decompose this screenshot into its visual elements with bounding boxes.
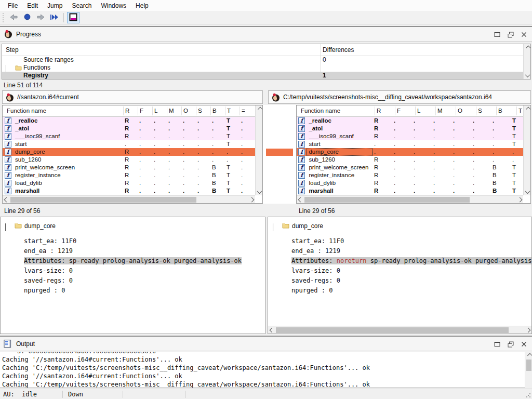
column-header-S[interactable]: S	[198, 108, 202, 114]
progress-panel-title: Progress	[16, 31, 41, 38]
horizontal-scrollbar[interactable]	[297, 195, 523, 203]
scrollbar-thumb[interactable]	[526, 360, 531, 371]
scroll-right-arrow-icon[interactable]	[524, 326, 531, 334]
column-header-O[interactable]: O	[458, 108, 462, 114]
menu-jump[interactable]: Jump	[43, 1, 67, 11]
column-header-F[interactable]: F	[140, 108, 143, 114]
tree-item-dump-core[interactable]: dump_core	[1, 221, 265, 232]
function-row-register_instance[interactable]: fregister_instanceR.....BT.	[3, 171, 262, 179]
horizontal-scrollbar[interactable]	[268, 326, 531, 334]
scroll-left-arrow-icon[interactable]	[3, 196, 10, 203]
function-row-load_dylib[interactable]: fload_dylibR.....BT.	[3, 179, 262, 187]
column-header-M[interactable]: M	[169, 108, 174, 114]
function-row-print_welcome_screen[interactable]: fprint_welcome_screenR.....BT	[297, 164, 530, 171]
match-flag-cell: .	[451, 171, 471, 179]
menu-search[interactable]: Search	[67, 1, 96, 11]
scroll-right-arrow-icon[interactable]	[516, 196, 523, 203]
function-row-start[interactable]: fstart.......T.	[3, 140, 262, 148]
function-row-sub_1260[interactable]: fsub_1260R........	[3, 156, 262, 164]
scrollbar-thumb[interactable]	[10, 197, 196, 203]
column-header-L[interactable]: L	[154, 108, 157, 114]
resize-grip[interactable]	[526, 393, 530, 397]
vertical-scrollbar[interactable]	[255, 105, 262, 195]
progress-row-registry[interactable]: Registry1	[2, 72, 530, 79]
function-row-marshall[interactable]: fmarshallR.....BT.	[3, 187, 262, 195]
fast-forward-button[interactable]	[48, 12, 60, 23]
function-row-print_welcome_screen[interactable]: fprint_welcome_screenR.....BT.	[3, 164, 262, 171]
column-header-=[interactable]: =	[242, 108, 245, 114]
column-header-step[interactable]: Step	[6, 46, 19, 54]
column-header-function-name[interactable]: Function name	[7, 108, 46, 114]
function-row-start[interactable]: fstart.......T	[297, 140, 530, 148]
forward-arrow-button[interactable]	[34, 12, 47, 23]
column-header-O[interactable]: O	[183, 108, 188, 114]
function-row-load_dylib[interactable]: fload_dylibR.....BT	[297, 179, 530, 187]
scroll-down-arrow-icon[interactable]	[256, 188, 263, 195]
scroll-up-arrow-icon[interactable]	[256, 105, 263, 113]
horizontal-scrollbar[interactable]	[3, 195, 255, 203]
left-file-titlebar[interactable]: //santazon.i64#current	[2, 90, 263, 104]
scroll-down-arrow-icon[interactable]	[524, 72, 531, 79]
close-icon[interactable]	[520, 340, 528, 348]
right-file-titlebar[interactable]: C:/temp/vuitests/screenshots-misc__diffi…	[268, 90, 531, 104]
scroll-up-arrow-icon[interactable]	[524, 44, 531, 51]
output-panel-titlebar[interactable]: Output	[0, 336, 532, 351]
scrollbar-thumb[interactable]	[304, 197, 470, 203]
noreturn-attribute: noreturn	[337, 257, 370, 264]
column-header-B[interactable]: B	[498, 108, 502, 114]
column-header-function-name[interactable]: Function name	[301, 108, 340, 114]
menu-edit[interactable]: Edit	[22, 1, 43, 11]
progress-row-functions[interactable]: Functions	[2, 64, 530, 72]
maximize-button[interactable]	[493, 340, 501, 348]
function-row-___isoc99_scanf[interactable]: f___isoc99_scanfR......T	[297, 132, 530, 140]
match-flag-cell: .	[412, 164, 432, 171]
toolbar-drag-handle[interactable]	[2, 13, 4, 22]
function-row-_realloc[interactable]: f_reallocR......T	[297, 117, 530, 125]
menu-help[interactable]: Help	[131, 1, 153, 11]
progress-row-source-file-ranges[interactable]: Source file ranges0	[2, 56, 530, 64]
menu-windows[interactable]: Windows	[96, 1, 131, 11]
close-icon[interactable]	[520, 31, 528, 38]
scrollbar-thumb[interactable]	[276, 327, 509, 333]
column-header-R[interactable]: R	[377, 108, 381, 114]
record-button[interactable]	[21, 12, 33, 23]
function-row-register_instance[interactable]: fregister_instanceR.....BT	[297, 171, 530, 179]
function-row-_atoi[interactable]: f_atoiR......T.	[3, 125, 262, 132]
progress-vertical-scrollbar[interactable]	[523, 44, 530, 79]
function-row-_realloc[interactable]: f_reallocR......T.	[3, 117, 262, 125]
function-row-_atoi[interactable]: f_atoiR......T	[297, 125, 530, 132]
column-header-T[interactable]: T	[227, 108, 231, 114]
function-row-dump_core[interactable]: fdump_coreR........	[3, 148, 262, 156]
column-header-T[interactable]: T	[518, 108, 522, 114]
scroll-right-arrow-icon[interactable]	[248, 196, 255, 203]
vertical-scrollbar[interactable]	[523, 105, 530, 195]
function-row-marshall[interactable]: fmarshallR.....BT	[297, 187, 530, 195]
progress-panel-titlebar[interactable]: Progress	[0, 26, 532, 42]
column-header-differences[interactable]: Differences	[323, 46, 354, 54]
expand-chevron-icon[interactable]	[5, 223, 6, 231]
output-vertical-scrollbar[interactable]	[525, 352, 532, 388]
function-row-sub_1260[interactable]: fsub_1260R.......	[297, 156, 530, 164]
column-header-S[interactable]: S	[478, 108, 482, 114]
expand-chevron-icon[interactable]	[273, 223, 273, 231]
scroll-down-arrow-icon[interactable]	[524, 188, 531, 195]
function-row-dump_core[interactable]: fdump_core........	[297, 148, 530, 156]
tree-item-dump-core[interactable]: dump_core	[268, 221, 531, 232]
float-button[interactable]	[507, 340, 514, 348]
scroll-left-arrow-icon[interactable]	[297, 196, 304, 203]
maximize-button[interactable]	[493, 31, 501, 38]
column-header-F[interactable]: F	[397, 108, 401, 114]
menu-file[interactable]: File	[3, 1, 22, 11]
column-header-B[interactable]: B	[212, 108, 217, 114]
function-row-___isoc99_scanf[interactable]: f___isoc99_scanfR......T.	[3, 132, 262, 140]
scroll-up-arrow-icon[interactable]	[525, 352, 532, 359]
scroll-left-arrow-icon[interactable]	[268, 326, 275, 334]
column-header-M[interactable]: M	[437, 108, 443, 114]
column-header-L[interactable]: L	[417, 108, 420, 114]
back-arrow-button[interactable]	[7, 12, 20, 23]
float-button[interactable]	[507, 31, 514, 38]
desktop-window-button[interactable]	[67, 12, 79, 23]
column-header-R[interactable]: R	[125, 108, 129, 114]
output-log[interactable]: 3: 0000000000004D60..0000000000005010Cac…	[0, 352, 532, 388]
scroll-up-arrow-icon[interactable]	[524, 105, 531, 113]
